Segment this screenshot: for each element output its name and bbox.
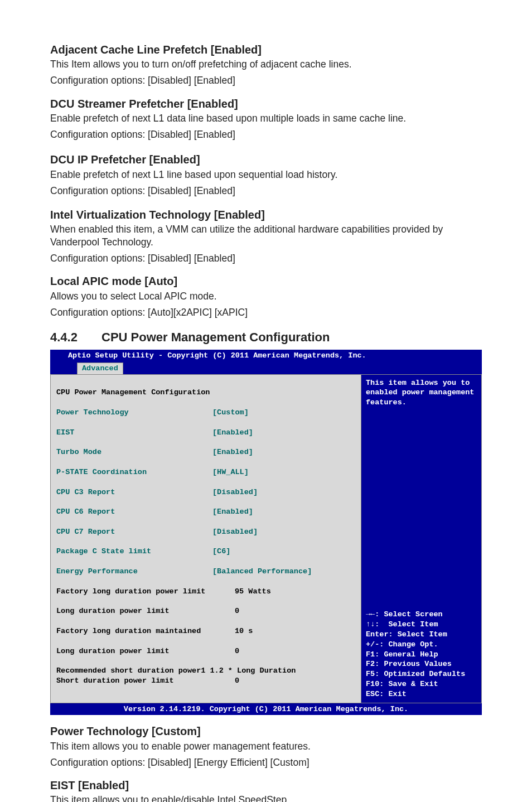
body-intel-vt-2: Configuration options: [Disabled] [Enabl… <box>50 252 482 265</box>
bios-row-value: 95 Watts <box>235 587 271 597</box>
bios-row-label: P-STATE Coordination <box>56 467 212 477</box>
bios-row-label: Power Technology <box>56 408 212 418</box>
body-dcu-streamer-2: Configuration options: [Disabled] [Enabl… <box>50 128 482 141</box>
body-power-technology-2: Configuration options: [Disabled] [Energ… <box>50 756 482 769</box>
bios-row-value: [C6] <box>212 547 230 557</box>
bios-row-value: 0 <box>235 676 239 686</box>
bios-row-label: Long duration power limit <box>56 646 235 656</box>
bios-tab-row: Advanced <box>50 361 482 374</box>
body-dcu-ip-1: Enable prefetch of next L1 line based up… <box>50 168 482 181</box>
bios-row-static: Recommended short duration power1 1.2 * … <box>56 666 296 675</box>
bios-row[interactable]: Turbo Mode[Enabled] <box>56 447 355 457</box>
bios-row-static: Long duration power limit0 <box>56 606 355 616</box>
bios-row-value: 0 <box>235 646 239 656</box>
bios-row-static: Factory long duration power limit95 Watt… <box>56 587 355 597</box>
bios-row[interactable]: CPU C7 Report[Disabled] <box>56 527 355 537</box>
bios-help-top: This item allows you to enabled power ma… <box>366 378 477 408</box>
body-adjacent-1: This Item allows you to turn on/off pref… <box>50 58 482 71</box>
bios-row[interactable]: EIST[Enabled] <box>56 428 355 438</box>
bios-row-label: Factory long duration power limit <box>56 587 235 597</box>
bios-left-pane: CPU Power Management Configuration Power… <box>51 375 361 703</box>
bios-header-bar: Aptio Setup Utility - Copyright (C) 2011… <box>50 350 482 361</box>
heading-dcu-streamer: DCU Streamer Prefetcher [Enabled] <box>50 96 482 111</box>
bios-row-label: Short duration power limit <box>56 676 235 686</box>
body-power-technology-1: This item allows you to enable power man… <box>50 740 482 753</box>
body-dcu-ip-2: Configuration options: [Disabled] [Enabl… <box>50 185 482 197</box>
bios-row[interactable]: CPU C3 Report[Disabled] <box>56 487 355 497</box>
bios-help-keys: →←: Select Screen ↑↓: Select Item Enter:… <box>366 610 477 699</box>
heading-intel-vt: Intel Virtualization Technology [Enabled… <box>50 207 482 222</box>
bios-row-static: Factory long duration maintained10 s <box>56 626 355 636</box>
bios-row-value: [Enabled] <box>212 507 253 517</box>
body-intel-vt-1: When enabled this item, a VMM can utiliz… <box>50 223 482 249</box>
body-local-apic-1: Allows you to select Local APIC mode. <box>50 290 482 303</box>
heading-local-apic: Local APIC mode [Auto] <box>50 274 482 288</box>
bios-footer-bar: Version 2.14.1219. Copyright (C) 2011 Am… <box>50 703 482 716</box>
bios-row-value: [Disabled] <box>212 487 258 497</box>
body-local-apic-2: Configuration options: [Auto][x2APIC] [x… <box>50 306 482 319</box>
bios-row[interactable]: Package C State limit[C6] <box>56 547 355 557</box>
heading-dcu-ip: DCU IP Prefetcher [Enabled] <box>50 152 482 167</box>
bios-row-value: [Balanced Performance] <box>212 567 312 577</box>
bios-row-value: [Enabled] <box>212 428 253 438</box>
bios-left-title: CPU Power Management Configuration <box>56 388 210 397</box>
bios-row-label: Package C State limit <box>56 547 212 557</box>
bios-row-value: 10 s <box>235 626 253 636</box>
bios-row[interactable]: Energy Performance[Balanced Performance] <box>56 567 355 577</box>
bios-row[interactable]: P-STATE Coordination[HW_ALL] <box>56 467 355 477</box>
bios-row-value: 0 <box>235 606 239 616</box>
heading-adjacent: Adjacent Cache Line Prefetch [Enabled] <box>50 42 482 57</box>
bios-row-label: Turbo Mode <box>56 447 212 457</box>
bios-row-value: [Custom] <box>212 408 249 418</box>
body-dcu-streamer-1: Enable prefetch of next L1 data line bas… <box>50 112 482 125</box>
heading-number-title: CPU Power Management Configuration <box>101 330 330 344</box>
heading-4-4-2: 4.4.2CPU Power Management Configuration <box>50 329 482 345</box>
bios-row-label: Energy Performance <box>56 567 212 577</box>
heading-eist: EIST [Enabled] <box>50 778 482 793</box>
bios-row-label: CPU C6 Report <box>56 507 212 517</box>
bios-row-label: Long duration power limit <box>56 606 235 616</box>
bios-body: CPU Power Management Configuration Power… <box>50 374 482 703</box>
body-adjacent-2: Configuration options: [Disabled] [Enabl… <box>50 74 482 87</box>
bios-row-label: Factory long duration maintained <box>56 626 235 636</box>
body-eist-1: This item allows you to enable/disable I… <box>50 794 482 802</box>
bios-tab-advanced[interactable]: Advanced <box>77 363 123 374</box>
bios-row-static: Short duration power limit0 <box>56 676 355 686</box>
bios-row-label: CPU C7 Report <box>56 527 212 537</box>
heading-power-technology: Power Technology [Custom] <box>50 724 482 738</box>
bios-right-pane: This item allows you to enabled power ma… <box>361 375 481 703</box>
bios-row[interactable]: CPU C6 Report[Enabled] <box>56 507 355 517</box>
bios-screenshot: Aptio Setup Utility - Copyright (C) 2011… <box>50 350 482 715</box>
bios-row[interactable]: Power Technology[Custom] <box>56 408 355 418</box>
bios-row-value: [HW_ALL] <box>212 467 249 477</box>
bios-row-static: Long duration power limit0 <box>56 646 355 656</box>
heading-number: 4.4.2 <box>50 329 101 345</box>
bios-row-value: [Enabled] <box>212 447 253 457</box>
bios-row-label: EIST <box>56 428 212 438</box>
bios-row-value: [Disabled] <box>212 527 258 537</box>
bios-row-label: CPU C3 Report <box>56 487 212 497</box>
